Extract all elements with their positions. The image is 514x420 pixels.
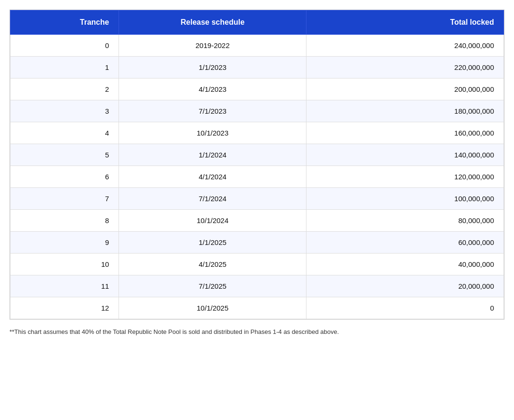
cell-locked: 160,000,000 xyxy=(306,122,504,144)
cell-locked: 140,000,000 xyxy=(306,144,504,166)
cell-tranche: 9 xyxy=(10,232,119,254)
cell-schedule: 7/1/2025 xyxy=(119,275,306,297)
cell-tranche: 3 xyxy=(10,100,119,122)
cell-locked: 120,000,000 xyxy=(306,166,504,188)
cell-tranche: 0 xyxy=(10,35,119,57)
tranche-table: Tranche Release schedule Total locked 02… xyxy=(10,10,504,320)
cell-schedule: 1/1/2025 xyxy=(119,232,306,254)
cell-locked: 20,000,000 xyxy=(306,275,504,297)
cell-tranche: 5 xyxy=(10,144,119,166)
cell-tranche: 11 xyxy=(10,275,119,297)
cell-schedule: 4/1/2024 xyxy=(119,166,306,188)
cell-tranche: 7 xyxy=(10,188,119,210)
cell-locked: 220,000,000 xyxy=(306,57,504,78)
cell-schedule: 4/1/2023 xyxy=(119,78,306,100)
table-row: 810/1/202480,000,000 xyxy=(10,210,504,232)
cell-schedule: 10/1/2025 xyxy=(119,297,306,319)
cell-locked: 0 xyxy=(306,297,504,319)
cell-schedule: 2019-2022 xyxy=(119,35,306,57)
cell-tranche: 6 xyxy=(10,166,119,188)
cell-tranche: 8 xyxy=(10,210,119,232)
table-row: 64/1/2024120,000,000 xyxy=(10,166,504,188)
table-footnote: **This chart assumes that 40% of the Tot… xyxy=(10,327,504,337)
cell-schedule: 4/1/2025 xyxy=(119,254,306,275)
table-header-row: Tranche Release schedule Total locked xyxy=(10,10,504,35)
table-row: 24/1/2023200,000,000 xyxy=(10,78,504,100)
table-row: 91/1/202560,000,000 xyxy=(10,232,504,254)
cell-locked: 60,000,000 xyxy=(306,232,504,254)
table-row: 77/1/2024100,000,000 xyxy=(10,188,504,210)
header-locked: Total locked xyxy=(306,10,504,35)
table-row: 11/1/2023220,000,000 xyxy=(10,57,504,78)
table-row: 02019-2022240,000,000 xyxy=(10,35,504,57)
cell-tranche: 10 xyxy=(10,254,119,275)
cell-schedule: 1/1/2024 xyxy=(119,144,306,166)
cell-locked: 240,000,000 xyxy=(306,35,504,57)
table-row: 1210/1/20250 xyxy=(10,297,504,319)
cell-schedule: 10/1/2023 xyxy=(119,122,306,144)
cell-locked: 200,000,000 xyxy=(306,78,504,100)
cell-locked: 40,000,000 xyxy=(306,254,504,275)
table-row: 410/1/2023160,000,000 xyxy=(10,122,504,144)
header-schedule: Release schedule xyxy=(119,10,306,35)
table-row: 104/1/202540,000,000 xyxy=(10,254,504,275)
table-row: 117/1/202520,000,000 xyxy=(10,275,504,297)
cell-tranche: 1 xyxy=(10,57,119,78)
table-row: 37/1/2023180,000,000 xyxy=(10,100,504,122)
header-tranche: Tranche xyxy=(10,10,119,35)
cell-locked: 100,000,000 xyxy=(306,188,504,210)
table-body: 02019-2022240,000,00011/1/2023220,000,00… xyxy=(10,35,504,319)
cell-tranche: 4 xyxy=(10,122,119,144)
cell-tranche: 12 xyxy=(10,297,119,319)
cell-schedule: 7/1/2023 xyxy=(119,100,306,122)
table-row: 51/1/2024140,000,000 xyxy=(10,144,504,166)
cell-schedule: 1/1/2023 xyxy=(119,57,306,78)
cell-tranche: 2 xyxy=(10,78,119,100)
cell-schedule: 7/1/2024 xyxy=(119,188,306,210)
cell-schedule: 10/1/2024 xyxy=(119,210,306,232)
cell-locked: 180,000,000 xyxy=(306,100,504,122)
cell-locked: 80,000,000 xyxy=(306,210,504,232)
